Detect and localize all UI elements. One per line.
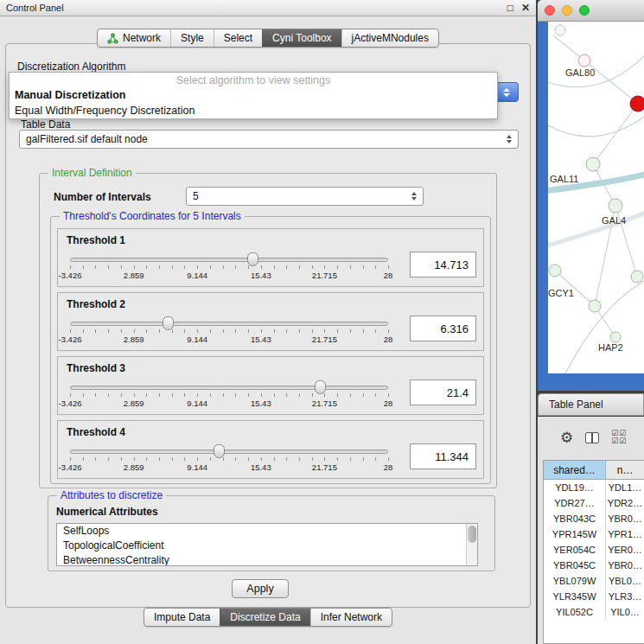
table-cell[interactable]: YLR3… bbox=[606, 589, 644, 604]
mac-minimize-button[interactable] bbox=[562, 5, 572, 16]
scrollbar[interactable] bbox=[466, 524, 477, 565]
tab-label: Impute Data bbox=[154, 611, 210, 623]
top-tab-bar: Network Style Select Cyni Toolbox jActiv… bbox=[0, 29, 536, 48]
tick-label: 15.43 bbox=[251, 462, 271, 472]
network-node[interactable] bbox=[609, 199, 622, 213]
threshold-value-field[interactable]: 14.713 bbox=[410, 252, 476, 277]
tab-jactivemnodules[interactable]: jActiveMNodules bbox=[341, 29, 438, 47]
tick-labels: -3.4262.8599.14415.4321.71528 bbox=[70, 271, 388, 280]
table-cell[interactable]: YDL19… bbox=[544, 480, 606, 495]
tick-label: 28 bbox=[384, 462, 393, 472]
threshold-slider[interactable] bbox=[70, 386, 388, 390]
table-data-combobox[interactable]: galFiltered.sif default node bbox=[19, 130, 519, 149]
gear-icon[interactable]: ⚙ bbox=[560, 430, 573, 445]
table-cell[interactable]: YER054C bbox=[544, 542, 606, 558]
table-cell[interactable]: YBR043C bbox=[544, 511, 606, 526]
list-item[interactable]: BetweennessCentrality bbox=[57, 553, 477, 566]
list-item[interactable]: TopologicalCoefficient bbox=[57, 539, 477, 553]
table-cell[interactable]: YIL0… bbox=[606, 604, 644, 620]
network-node[interactable] bbox=[555, 25, 565, 35]
table-cell[interactable]: YBL079W bbox=[544, 573, 606, 589]
tick-labels: -3.4262.8599.14415.4321.71528 bbox=[70, 462, 388, 472]
slider-thumb[interactable] bbox=[163, 316, 174, 330]
table-cell[interactable]: YIL052C bbox=[544, 604, 606, 620]
tab-select[interactable]: Select bbox=[214, 29, 262, 47]
combo-arrows-icon bbox=[406, 192, 417, 201]
table-row[interactable]: YIL052CYIL0… bbox=[544, 604, 644, 620]
network-node[interactable] bbox=[631, 271, 643, 283]
minimize-icon[interactable]: □ bbox=[507, 3, 513, 13]
network-node[interactable] bbox=[586, 157, 600, 171]
node-label: GCY1 bbox=[548, 288, 574, 298]
threshold-value-field[interactable]: 11.344 bbox=[410, 443, 476, 469]
tab-network[interactable]: Network bbox=[98, 29, 170, 47]
table-row[interactable]: YDR27…YDR2… bbox=[544, 495, 644, 511]
slider-ticks bbox=[70, 393, 389, 397]
threshold-slider[interactable] bbox=[70, 450, 388, 454]
checkboxes-icon[interactable]: ☑☑☑☑ bbox=[611, 430, 627, 445]
table-row[interactable]: YBR045CYBR0… bbox=[544, 558, 644, 573]
table-cell[interactable]: YPR145W bbox=[544, 526, 606, 542]
table-cell[interactable]: YBR0… bbox=[606, 558, 644, 573]
tab-style[interactable]: Style bbox=[170, 29, 214, 47]
table-cell[interactable]: YLR345W bbox=[544, 589, 606, 604]
dropdown-option-equal-width[interactable]: Equal Width/Frequency Discretization bbox=[10, 103, 497, 118]
network-node[interactable] bbox=[549, 265, 561, 277]
close-icon[interactable]: ✕ bbox=[521, 3, 530, 13]
columns-icon[interactable] bbox=[585, 432, 599, 443]
column-header[interactable]: n… bbox=[606, 461, 644, 479]
table-cell[interactable]: YER0… bbox=[606, 542, 644, 558]
network-node-selected[interactable] bbox=[630, 96, 644, 112]
mac-close-button[interactable] bbox=[545, 5, 555, 16]
threshold-value-field[interactable]: 21.4 bbox=[410, 379, 476, 405]
table-cell[interactable]: YBR0… bbox=[606, 511, 644, 526]
table-cell[interactable]: YPR1… bbox=[606, 526, 644, 542]
table-cell[interactable]: YDL1… bbox=[606, 480, 644, 495]
table-body: YDL19…YDL1…YDR27…YDR2…YBR043CYBR0…YPR145… bbox=[544, 480, 644, 620]
table-row[interactable]: YER054CYER0… bbox=[544, 542, 644, 558]
column-header[interactable]: shared… bbox=[544, 461, 606, 479]
network-canvas[interactable]: GAL80 GAL11 GAL4 GCY1 HAP2 bbox=[548, 22, 644, 373]
attributes-list[interactable]: SelfLoops TopologicalCoefficient Between… bbox=[56, 523, 478, 566]
tick-label: 28 bbox=[384, 399, 393, 408]
table-row[interactable]: YDL19…YDL1… bbox=[544, 480, 644, 495]
slider-thumb[interactable] bbox=[315, 380, 326, 394]
combo-arrows-icon bbox=[501, 135, 512, 143]
threshold-slider[interactable] bbox=[70, 258, 388, 262]
algorithm-combobox-stepper[interactable] bbox=[494, 82, 519, 102]
threshold-label: Threshold 4 bbox=[67, 426, 125, 438]
mac-zoom-button[interactable] bbox=[579, 5, 590, 16]
dropdown-option-manual[interactable]: Manual Discretization bbox=[10, 87, 497, 103]
network-node[interactable] bbox=[610, 332, 621, 342]
tab-cyni-toolbox[interactable]: Cyni Toolbox bbox=[262, 29, 341, 47]
table-row[interactable]: YPR145WYPR1… bbox=[544, 526, 644, 542]
table-row[interactable]: YBR043CYBR0… bbox=[544, 511, 644, 526]
list-item[interactable]: SelfLoops bbox=[57, 524, 477, 539]
network-node[interactable] bbox=[589, 300, 601, 312]
number-of-intervals-combobox[interactable]: 5 bbox=[186, 187, 424, 206]
tab-discretize-data[interactable]: Discretize Data bbox=[220, 609, 309, 626]
slider-thumb[interactable] bbox=[214, 444, 225, 458]
table-cell[interactable]: YDR27… bbox=[544, 495, 606, 511]
threshold-label: Threshold 1 bbox=[67, 234, 125, 246]
threshold-slider[interactable] bbox=[70, 322, 388, 326]
tick-label: 2.859 bbox=[124, 462, 144, 472]
table-row[interactable]: YBL079WYBL0… bbox=[544, 573, 644, 589]
threshold-label: Threshold 2 bbox=[67, 298, 125, 310]
apply-button[interactable]: Apply bbox=[232, 579, 289, 598]
network-window-titlebar bbox=[538, 0, 644, 22]
tab-infer-network[interactable]: Infer Network bbox=[310, 609, 392, 626]
tab-impute-data[interactable]: Impute Data bbox=[144, 609, 220, 626]
table-row[interactable]: YLR345WYLR3… bbox=[544, 589, 644, 604]
table-cell[interactable]: YBL0… bbox=[606, 573, 644, 589]
threshold-value-field[interactable]: 6.316 bbox=[410, 316, 476, 341]
network-node[interactable] bbox=[578, 54, 590, 67]
tick-label: 2.859 bbox=[124, 271, 144, 280]
table-cell[interactable]: YBR045C bbox=[544, 558, 606, 573]
slider-thumb[interactable] bbox=[247, 252, 258, 266]
scrollbar-thumb[interactable] bbox=[468, 526, 476, 543]
table-panel-titlebar[interactable]: Table Panel bbox=[538, 393, 644, 416]
tick-label: 21.715 bbox=[312, 271, 337, 280]
number-of-intervals-value: 5 bbox=[193, 190, 199, 202]
table-cell[interactable]: YDR2… bbox=[606, 495, 644, 511]
